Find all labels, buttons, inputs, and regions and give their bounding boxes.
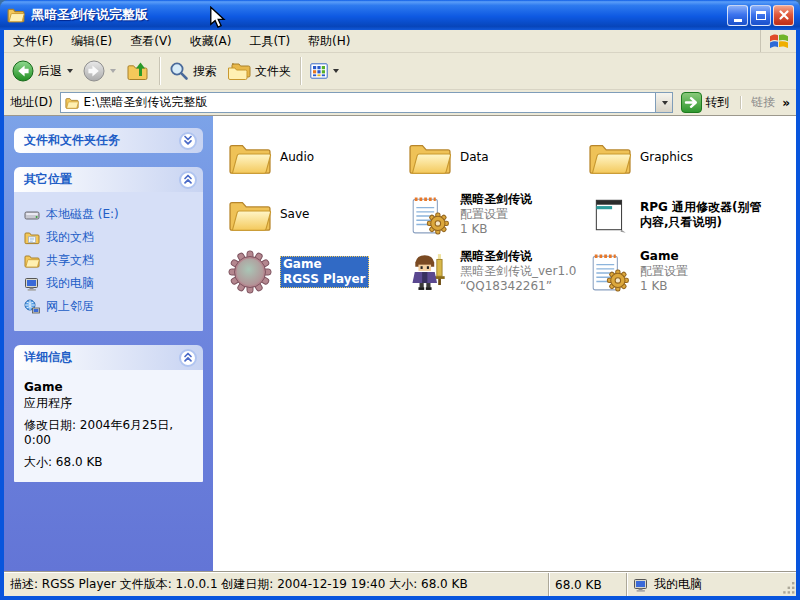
- config-file-icon: [405, 190, 455, 240]
- chevron-double-down-icon: [181, 135, 195, 146]
- address-bar: 地址(D) E:\黑暗圣剑传说完整版 转到 链接 »: [4, 90, 796, 116]
- chevron-double-up-icon: [181, 352, 195, 363]
- menu-favorites[interactable]: 收藏(A): [181, 30, 241, 52]
- folders-label: 文件夹: [255, 63, 291, 80]
- file-list-area[interactable]: Audio Data Graphics Save: [213, 116, 796, 572]
- menu-bar: 文件(F) 编辑(E) 查看(V) 收藏(A) 工具(T) 帮助(H): [4, 30, 796, 53]
- file-tile-game-launcher[interactable]: 黑暗圣剑传说 黑暗圣剑传说_ver1.0 “QQ18342261”: [405, 243, 585, 300]
- folder-icon: [585, 133, 635, 183]
- place-label: 我的电脑: [46, 275, 94, 292]
- folders-button[interactable]: 文件夹: [223, 57, 295, 85]
- collapse-button[interactable]: [179, 171, 197, 189]
- rpg-character-icon: [405, 247, 455, 297]
- file-version: 黑暗圣剑传说_ver1.0: [460, 264, 577, 279]
- resize-grip[interactable]: [783, 582, 795, 594]
- go-button[interactable]: 转到: [678, 92, 732, 113]
- panel-other-places-header[interactable]: 其它位置: [14, 167, 203, 192]
- chevron-double-up-icon: [181, 174, 195, 185]
- views-button[interactable]: [306, 59, 343, 83]
- maximize-button[interactable]: [750, 5, 771, 26]
- menu-file[interactable]: 文件(F): [4, 30, 62, 52]
- file-name: Game: [640, 249, 688, 264]
- my-computer-icon: [633, 577, 649, 593]
- minimize-icon: [734, 19, 742, 22]
- chevron-down-icon: [662, 101, 668, 105]
- file-tile-rpg-modifier[interactable]: RPG 通用修改器(别管内容,只看说明): [585, 186, 765, 243]
- toolbar: 后退 搜索 文件夹: [4, 53, 796, 90]
- config-file-icon: [585, 247, 635, 297]
- forward-button[interactable]: [79, 57, 120, 85]
- window-title: 黑暗圣剑传说完整版: [31, 6, 727, 24]
- text-file-icon: [585, 190, 635, 240]
- search-icon: [169, 61, 189, 81]
- status-bar: 描述: RGSS Player 文件版本: 1.0.0.1 创建日期: 2004…: [4, 572, 796, 596]
- window-folder-icon: [6, 6, 26, 24]
- panel-other-places: 其它位置 本地磁盘 (E:) 我的文档: [14, 167, 203, 331]
- back-dropdown-icon[interactable]: [67, 69, 73, 73]
- file-tile-data[interactable]: Data: [405, 129, 585, 186]
- search-button[interactable]: 搜索: [165, 58, 221, 84]
- file-tile-save[interactable]: Save: [225, 186, 405, 243]
- panel-details-title: 详细信息: [24, 349, 72, 366]
- sidebar-item-my-documents[interactable]: 我的文档: [24, 229, 197, 246]
- file-tile-game-ini[interactable]: Game 配置设置 1 KB: [585, 243, 765, 300]
- file-tile-game-exe-selected[interactable]: Game RGSS Player: [225, 243, 405, 300]
- place-label: 共享文档: [46, 252, 94, 269]
- file-note: “QQ18342261”: [460, 279, 577, 294]
- maximize-icon: [756, 11, 766, 20]
- details-file-type: 应用程序: [24, 396, 193, 411]
- file-type: 配置设置: [640, 264, 688, 279]
- status-size: 68.0 KB: [548, 573, 626, 596]
- address-input[interactable]: E:\黑暗圣剑传说完整版: [60, 92, 674, 113]
- sidebar-item-network-places[interactable]: 网上邻居: [24, 298, 197, 315]
- collapse-button[interactable]: [179, 349, 197, 367]
- close-button[interactable]: [773, 5, 794, 26]
- sidebar-item-local-disk-e[interactable]: 本地磁盘 (E:): [24, 206, 197, 223]
- status-location: 我的电脑: [626, 573, 796, 596]
- panel-file-tasks-title: 文件和文件夹任务: [24, 132, 120, 149]
- links-label[interactable]: 链接: [749, 94, 777, 111]
- expand-button[interactable]: [179, 132, 197, 150]
- file-type: RGSS Player: [283, 272, 366, 287]
- forward-dropdown-icon[interactable]: [110, 69, 116, 73]
- sidebar-item-my-computer[interactable]: 我的电脑: [24, 275, 197, 292]
- address-label: 地址(D): [8, 94, 55, 111]
- menu-tools[interactable]: 工具(T): [240, 30, 299, 52]
- panel-file-tasks-header[interactable]: 文件和文件夹任务: [14, 128, 203, 153]
- views-dropdown-icon[interactable]: [333, 69, 339, 73]
- details-file-size: 大小: 68.0 KB: [24, 455, 193, 470]
- file-name: 黑暗圣剑传说: [460, 249, 577, 264]
- file-name: Graphics: [640, 150, 693, 165]
- back-label: 后退: [38, 63, 62, 80]
- sidebar-item-shared-documents[interactable]: 共享文档: [24, 252, 197, 269]
- go-icon: [681, 92, 702, 113]
- toolbar-overflow-chevron[interactable]: »: [782, 96, 792, 110]
- selected-file-label: Game RGSS Player: [280, 256, 369, 288]
- search-label: 搜索: [193, 63, 217, 80]
- file-tile-config-ini[interactable]: 黑暗圣剑传说 配置设置 1 KB: [405, 186, 585, 243]
- address-value: E:\黑暗圣剑传说完整版: [84, 94, 656, 111]
- menu-help[interactable]: 帮助(H): [299, 30, 359, 52]
- rgss-gear-icon: [225, 247, 275, 297]
- disk-drive-icon: [24, 207, 40, 223]
- back-button[interactable]: 后退: [8, 57, 77, 85]
- panel-details: 详细信息 Game 应用程序 修改日期: 2004年6月25日, 0:00 大小…: [14, 345, 203, 482]
- up-button[interactable]: [122, 56, 154, 86]
- menu-view[interactable]: 查看(V): [121, 30, 181, 52]
- file-tile-audio[interactable]: Audio: [225, 129, 405, 186]
- file-name: Save: [280, 207, 309, 222]
- minimize-button[interactable]: [727, 5, 748, 26]
- panel-details-header[interactable]: 详细信息: [14, 345, 203, 370]
- address-dropdown-button[interactable]: [655, 93, 672, 112]
- file-name: RPG 通用修改器(别管内容,只看说明): [640, 200, 762, 230]
- folder-up-icon: [126, 59, 150, 83]
- back-icon: [12, 60, 34, 82]
- explorer-window: 黑暗圣剑传说完整版 文件(F) 编辑(E) 查看(V) 收藏(A) 工具(T) …: [0, 0, 800, 600]
- folder-icon: [225, 133, 275, 183]
- panel-file-tasks: 文件和文件夹任务: [14, 128, 203, 153]
- title-bar[interactable]: 黑暗圣剑传说完整版: [0, 0, 800, 30]
- views-icon: [310, 62, 328, 80]
- details-modified-date: 修改日期: 2004年6月25日, 0:00: [24, 418, 193, 448]
- file-tile-graphics[interactable]: Graphics: [585, 129, 765, 186]
- menu-edit[interactable]: 编辑(E): [62, 30, 121, 52]
